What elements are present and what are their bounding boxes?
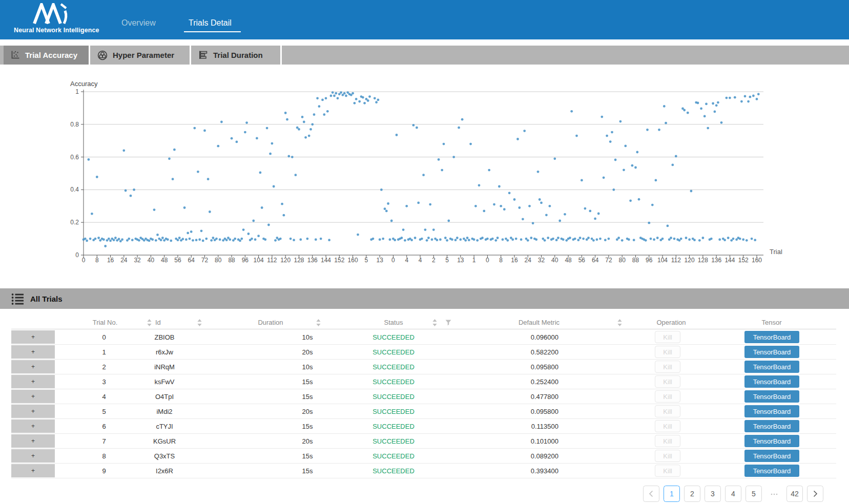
expand-row-button[interactable]: + [11, 390, 55, 403]
kill-button[interactable]: Kill [655, 405, 680, 417]
sort-icon[interactable] [147, 316, 152, 329]
list-icon [11, 292, 24, 305]
expand-row-button[interactable]: + [11, 464, 55, 477]
svg-text:72: 72 [605, 257, 612, 264]
trial-row-9: + 9 I2x6R 15s SUCCEEDED 0.393400 Kill Te… [0, 464, 849, 478]
svg-text:4: 4 [731, 490, 735, 498]
svg-text:0: 0 [391, 257, 395, 264]
tensorboard-button[interactable]: TensorBoard [744, 450, 799, 462]
cell-duration: 20s [269, 434, 346, 449]
sort-icon[interactable] [432, 316, 437, 329]
cell-default-metric: 0.252400 [482, 374, 558, 389]
svg-text:0.8: 0.8 [70, 121, 79, 128]
kill-button[interactable]: Kill [655, 450, 680, 462]
tensorboard-button[interactable]: TensorBoard [744, 465, 799, 477]
tensorboard-button[interactable]: TensorBoard [744, 420, 799, 432]
cell-default-metric: 0.393400 [482, 464, 558, 478]
svg-text:16: 16 [511, 257, 518, 264]
kill-button[interactable]: Kill [655, 331, 680, 343]
svg-text:160: 160 [348, 257, 358, 264]
kill-button[interactable]: Kill [655, 375, 680, 388]
column-header-default-metric[interactable]: Default Metric [501, 316, 577, 329]
column-header-operation: Operation [633, 316, 710, 329]
pagination-page-3[interactable]: 3 [705, 486, 721, 502]
expand-row-button[interactable]: + [11, 434, 55, 448]
svg-text:64: 64 [592, 257, 599, 264]
svg-text:32: 32 [134, 257, 141, 264]
svg-text:80: 80 [215, 257, 222, 264]
sort-icon[interactable] [617, 316, 622, 329]
tensorboard-button[interactable]: TensorBoard [744, 361, 799, 373]
expand-row-button[interactable]: + [11, 449, 55, 463]
pagination-next chevron-right-icon[interactable] [807, 486, 823, 502]
cell-duration: 10s [269, 360, 346, 374]
pagination-prev chevron-left-icon[interactable] [644, 486, 659, 502]
kill-button[interactable]: Kill [655, 420, 680, 432]
pagination-page-5[interactable]: 5 [746, 486, 762, 502]
kill-button[interactable]: Kill [655, 390, 680, 403]
cell-duration: 20s [269, 345, 346, 360]
trial-row-2: + 2 iNRqM 10s SUCCEEDED 0.095800 Kill Te… [0, 360, 849, 374]
svg-text:5: 5 [445, 257, 449, 264]
filter-icon[interactable] [445, 316, 451, 329]
kill-button[interactable]: Kill [655, 465, 680, 477]
column-header-trial-no[interactable]: Trial No. [67, 316, 143, 329]
tensorboard-button[interactable]: TensorBoard [744, 435, 799, 447]
svg-text:88: 88 [228, 257, 235, 264]
svg-text:96: 96 [242, 257, 249, 264]
pagination[interactable]: 1234542 [643, 486, 832, 504]
svg-text:32: 32 [538, 257, 545, 264]
expand-row-button[interactable]: + [11, 360, 55, 373]
svg-text:136: 136 [307, 257, 318, 264]
svg-text:Trial: Trial [770, 248, 782, 256]
trial-row-1: + 1 r6xJw 20s SUCCEEDED 0.582200 Kill Te… [0, 345, 849, 360]
expand-row-button[interactable]: + [11, 419, 55, 433]
tensorboard-button[interactable]: TensorBoard [744, 375, 799, 388]
sort-icon[interactable] [316, 316, 321, 329]
column-header-tensor: Tensor [733, 316, 810, 329]
svg-text:4: 4 [405, 257, 408, 264]
svg-text:13: 13 [457, 257, 464, 264]
trial-row-4: + 4 O4TpI 15s SUCCEEDED 0.477800 Kill Te… [0, 389, 849, 404]
svg-text:64: 64 [188, 257, 195, 264]
column-header-duration[interactable]: Duration [232, 316, 309, 329]
tensorboard-button[interactable]: TensorBoard [744, 346, 799, 358]
column-header-status[interactable]: Status [355, 316, 432, 329]
svg-text:3: 3 [711, 490, 715, 498]
svg-text:104: 104 [657, 257, 668, 264]
expand-row-button[interactable]: + [11, 345, 55, 359]
kill-button[interactable]: Kill [655, 361, 680, 373]
pagination-page-2[interactable]: 2 [685, 486, 700, 502]
svg-text:88: 88 [632, 257, 639, 264]
cell-default-metric: 0.096000 [482, 330, 558, 345]
expand-row-button[interactable]: + [11, 375, 55, 388]
cell-status: SUCCEEDED [355, 374, 432, 389]
kill-button[interactable]: Kill [655, 435, 680, 447]
pagination-page-1[interactable]: 1 [664, 486, 680, 502]
svg-text:144: 144 [321, 257, 331, 264]
trial-row-8: + 8 Q3xTS 15s SUCCEEDED 0.089200 Kill Te… [0, 449, 849, 464]
svg-text:5: 5 [752, 490, 756, 498]
cell-duration: 15s [269, 449, 346, 464]
cell-status: SUCCEEDED [355, 464, 432, 478]
cell-duration: 15s [269, 464, 346, 478]
cell-status: SUCCEEDED [355, 389, 432, 404]
svg-text:Accuracy: Accuracy [70, 80, 98, 88]
cell-default-metric: 0.089200 [482, 449, 558, 464]
expand-row-button[interactable]: + [11, 330, 55, 344]
tensorboard-button[interactable]: TensorBoard [744, 405, 799, 417]
tensorboard-button[interactable]: TensorBoard [744, 390, 799, 403]
svg-text:128: 128 [294, 257, 304, 264]
tensorboard-button[interactable]: TensorBoard [744, 331, 799, 343]
sort-icon[interactable] [197, 316, 202, 329]
kill-button[interactable]: Kill [655, 346, 680, 358]
pagination-page-42[interactable]: 42 [787, 486, 803, 502]
cell-trial-id: O4TpI [126, 389, 203, 404]
svg-text:112: 112 [267, 257, 277, 264]
expand-row-button[interactable]: + [11, 405, 55, 418]
cell-status: SUCCEEDED [355, 419, 432, 434]
svg-text:2: 2 [690, 490, 694, 498]
column-header-id[interactable]: Id [155, 316, 171, 329]
pagination-page-4[interactable]: 4 [726, 486, 741, 502]
svg-text:96: 96 [646, 257, 653, 264]
